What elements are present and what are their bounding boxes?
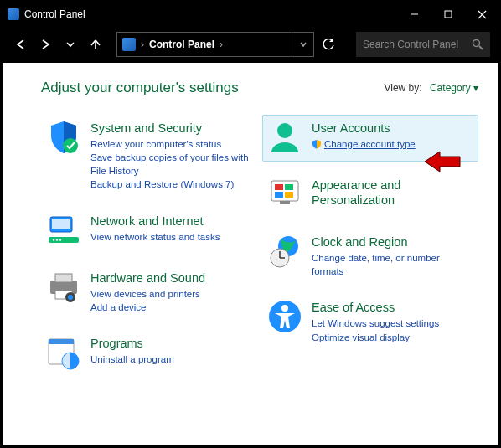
category-title: Programs [90, 336, 174, 351]
appearance-icon [266, 176, 303, 213]
programs-icon [45, 334, 82, 371]
view-by-value: Category ▾ [430, 82, 478, 94]
svg-rect-14 [55, 274, 72, 282]
minimize-button[interactable] [398, 3, 431, 26]
search-box[interactable]: Search Control Panel [356, 32, 490, 57]
category-hardware-sound[interactable]: Hardware and Sound View devices and prin… [41, 265, 257, 320]
uac-shield-icon [312, 139, 322, 149]
back-button[interactable] [11, 35, 29, 54]
user-accounts-icon [266, 119, 303, 156]
network-icon [45, 212, 82, 249]
category-system-security[interactable]: System and Security Review your computer… [41, 115, 257, 198]
link-suggest-settings[interactable]: Let Windows suggest settings [312, 317, 439, 330]
category-title: Hardware and Sound [90, 270, 205, 286]
link-add-device[interactable]: Add a device [90, 301, 205, 314]
link-optimize-display[interactable]: Optimize visual display [312, 331, 439, 344]
category-ease-of-access[interactable]: Ease of Access Let Windows suggest setti… [262, 294, 478, 349]
annotation-arrow [423, 150, 462, 173]
up-button[interactable] [86, 35, 105, 54]
control-panel-icon [8, 8, 19, 20]
svg-point-6 [63, 138, 78, 153]
printer-icon [45, 269, 82, 306]
left-column: System and Security Review your computer… [41, 115, 257, 387]
window-title: Control Panel [24, 8, 85, 20]
category-title: User Accounts [312, 121, 416, 136]
forward-button[interactable] [36, 35, 54, 54]
svg-rect-26 [285, 192, 293, 198]
view-by-control[interactable]: View by: Category ▾ [384, 82, 478, 94]
link-change-account-type[interactable]: Change account type [312, 137, 416, 151]
address-bar-icon [122, 38, 136, 51]
svg-rect-1 [445, 11, 452, 18]
svg-rect-22 [271, 181, 298, 201]
link-file-history[interactable]: Save backup copies of your files with Fi… [90, 151, 253, 178]
svg-rect-27 [280, 201, 290, 204]
svg-point-33 [281, 305, 288, 312]
link-devices-printers[interactable]: View devices and printers [90, 287, 205, 301]
shield-security-icon [45, 119, 82, 156]
link-backup-restore[interactable]: Backup and Restore (Windows 7) [90, 178, 253, 191]
title-bar-left: Control Panel [8, 8, 85, 20]
ease-of-access-icon [266, 298, 303, 335]
category-title: Clock and Region [312, 234, 474, 250]
control-panel-window: Control Panel [0, 0, 501, 448]
address-dropdown[interactable] [292, 32, 314, 57]
address-bar[interactable]: › Control Panel › [116, 32, 292, 57]
address-sep-icon: › [141, 39, 144, 50]
category-title: Ease of Access [312, 300, 439, 315]
content-area: Adjust your computer's settings View by:… [3, 63, 498, 387]
clock-region-icon [266, 233, 303, 270]
svg-rect-23 [275, 184, 283, 190]
category-title: Network and Internet [90, 214, 220, 229]
category-title: System and Security [90, 121, 253, 136]
window-controls [398, 3, 498, 26]
svg-point-10 [53, 239, 54, 240]
svg-point-4 [473, 40, 480, 47]
svg-point-12 [59, 239, 61, 240]
address-path: Control Panel [149, 39, 214, 50]
maximize-button[interactable] [431, 3, 465, 26]
close-button[interactable] [465, 3, 498, 26]
link-review-status[interactable]: Review your computer's status [90, 137, 253, 151]
svg-line-5 [479, 46, 483, 49]
search-placeholder: Search Control Panel [363, 39, 458, 50]
search-icon [472, 39, 483, 50]
svg-point-17 [68, 295, 73, 300]
category-clock-region[interactable]: Clock and Region Change date, time, or n… [262, 229, 478, 284]
svg-rect-19 [49, 339, 74, 344]
svg-rect-24 [285, 184, 293, 190]
address-sep-icon: › [220, 39, 223, 50]
category-network-internet[interactable]: Network and Internet View network status… [41, 208, 257, 255]
link-date-time-formats[interactable]: Change date, time, or number formats [312, 251, 474, 278]
navigation-bar: › Control Panel › Search Control Panel [3, 26, 498, 63]
link-uninstall[interactable]: Uninstall a program [90, 353, 174, 366]
svg-rect-25 [275, 192, 283, 198]
recent-locations-button[interactable] [61, 35, 80, 54]
view-by-label: View by: [384, 82, 421, 94]
refresh-button[interactable] [316, 32, 341, 57]
svg-rect-8 [52, 219, 70, 229]
svg-point-21 [277, 123, 292, 138]
category-programs[interactable]: Programs Uninstall a program [41, 330, 257, 377]
category-appearance[interactable]: Appearance and Personalization [262, 172, 478, 219]
link-network-status[interactable]: View network status and tasks [90, 230, 220, 244]
page-heading: Adjust your computer's settings [41, 80, 239, 96]
title-bar: Control Panel [3, 3, 498, 26]
svg-point-11 [56, 239, 58, 240]
category-title: Appearance and Personalization [312, 178, 474, 208]
